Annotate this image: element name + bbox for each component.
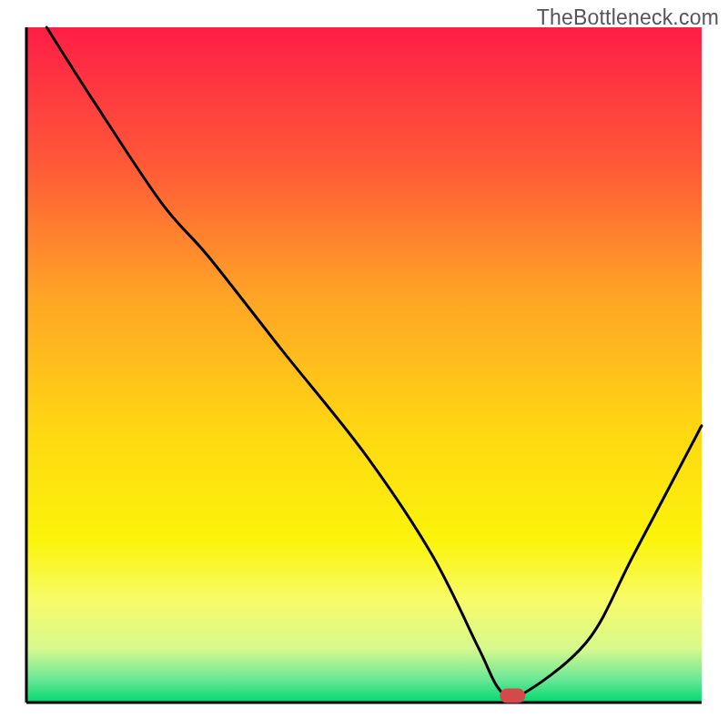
bottleneck-chart: TheBottleneck.com	[0, 0, 728, 728]
optimal-point-marker	[500, 689, 525, 703]
watermark-text: TheBottleneck.com	[537, 5, 719, 30]
chart-svg	[0, 0, 728, 728]
plot-area-bg	[26, 27, 702, 703]
